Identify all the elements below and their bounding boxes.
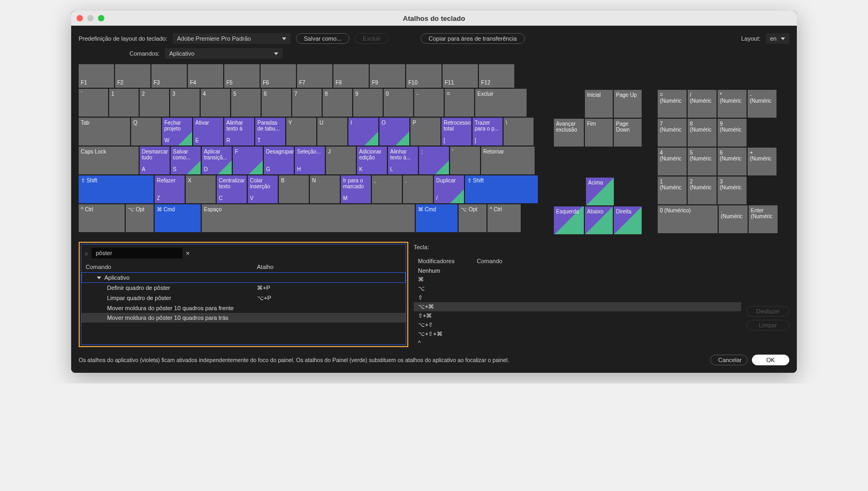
key-pageup[interactable]: Page Up <box>614 90 642 118</box>
numpad-key[interactable]: 4 (Numéric <box>658 148 687 175</box>
key-Q[interactable]: Q <box>131 118 161 145</box>
numpad-key[interactable]: 7 (Numéric <box>658 119 687 147</box>
modifier-row[interactable]: ⌥+⇧ <box>414 320 741 329</box>
numpad-key[interactable]: * (Numéric <box>718 90 747 118</box>
key-f3[interactable]: F3 <box>151 64 187 88</box>
key-⇧ Shift[interactable]: ⇧ Shift <box>465 175 538 203</box>
command-row[interactable]: Definir quadro de pôster⌘+P <box>81 283 406 293</box>
key-arrow-right[interactable]: Direita <box>614 206 642 234</box>
key-⌥ Opt[interactable]: ⌥ Opt <box>126 204 154 232</box>
commands-select[interactable]: Aplicativo <box>165 48 283 59</box>
key-Caps Lock[interactable]: Caps Lock <box>79 147 139 174</box>
key-1[interactable]: 1 <box>109 89 139 117</box>
key-Excluir[interactable]: Excluir <box>475 89 527 117</box>
key-2[interactable]: 2 <box>140 89 169 117</box>
modifier-row[interactable]: ^ <box>414 339 741 347</box>
key-F[interactable]: F <box>233 147 263 174</box>
close-icon[interactable] <box>77 15 83 21</box>
numpad-key[interactable]: 5 (Numéric <box>688 148 717 175</box>
key-arrow-down[interactable]: Abaixo <box>585 206 613 234</box>
save-as-button[interactable]: Salvar como... <box>296 33 349 44</box>
command-group-row[interactable]: Aplicativo <box>81 272 406 283</box>
ok-button[interactable]: OK <box>752 355 789 365</box>
numpad-key[interactable]: - (Numéric <box>748 90 776 118</box>
key-f7[interactable]: F7 <box>297 64 332 88</box>
key-home[interactable]: Inicial <box>585 90 613 118</box>
command-row[interactable]: Mover moldura do pôster 10 quadros para … <box>81 303 406 313</box>
numpad-key[interactable]: 8 (Numéric <box>688 119 717 147</box>
key-⌥ Opt[interactable]: ⌥ Opt <box>459 204 486 232</box>
command-row[interactable]: Limpar quadro de pôster⌥+P <box>81 293 406 303</box>
key-\[interactable]: \ <box>504 118 534 145</box>
key-O[interactable]: O <box>379 118 409 145</box>
numpad-key[interactable]: = (Numéric <box>658 90 687 118</box>
key-B[interactable]: B <box>279 175 309 203</box>
clear-search-button[interactable]: × <box>186 249 190 257</box>
key-7[interactable]: 7 <box>292 89 322 117</box>
key-L[interactable]: Alinhar texto à...L <box>388 147 418 174</box>
key-⇧ Shift[interactable]: ⇧ Shift <box>79 175 154 203</box>
search-input[interactable] <box>92 248 182 258</box>
key-,[interactable]: , <box>372 175 402 203</box>
key-f5[interactable]: F5 <box>224 64 260 88</box>
numpad-key[interactable]: . (Numéric <box>719 205 748 233</box>
key-E[interactable]: AtivarE <box>193 118 223 145</box>
key-A[interactable]: Desmarcar tudoA <box>140 147 170 174</box>
key-⌘ Cmd[interactable]: ⌘ Cmd <box>155 204 201 232</box>
key-H[interactable]: Seleção...H <box>295 147 325 174</box>
modifier-row[interactable]: Nenhum <box>414 266 741 275</box>
key-9[interactable]: 9 <box>353 89 383 117</box>
key-Retornar[interactable]: Retornar <box>481 147 535 174</box>
key-f9[interactable]: F9 <box>370 64 405 88</box>
key-arrow-up[interactable]: Acima <box>586 178 614 205</box>
key-Z[interactable]: RefazerZ <box>155 175 185 203</box>
key-/[interactable]: Duplicar/ <box>434 175 464 203</box>
key-][interactable]: Trazer para o p...] <box>473 118 502 145</box>
modifier-row[interactable]: ⌥+⌘ <box>414 302 741 311</box>
command-row[interactable]: Mover moldura do pôster 10 quadros para … <box>81 313 406 323</box>
key-X[interactable]: X <box>186 175 216 203</box>
maximize-icon[interactable] <box>98 15 104 21</box>
key-f11[interactable]: F11 <box>443 64 478 88</box>
key-Y[interactable]: Y <box>286 118 316 145</box>
modifier-row[interactable]: ⇧+⌘ <box>414 311 741 320</box>
key-I[interactable]: I <box>348 118 378 145</box>
key-K[interactable]: Adicionar ediçãoK <box>357 147 387 174</box>
key-G[interactable]: DesagruparG <box>264 147 294 174</box>
key-f1[interactable]: F1 <box>79 64 114 88</box>
key-end[interactable]: Fim <box>585 119 613 147</box>
key-⌘ Cmd[interactable]: ⌘ Cmd <box>416 204 458 232</box>
modifier-row[interactable]: ⌥ <box>414 284 741 293</box>
numpad-key[interactable]: 0 (Numérico) <box>658 205 718 233</box>
key-;[interactable]: ; <box>419 147 449 174</box>
key-N[interactable]: N <box>310 175 340 203</box>
key-0[interactable]: 0 <box>384 89 413 117</box>
key-=[interactable]: = <box>445 89 474 117</box>
key-8[interactable]: 8 <box>323 89 352 117</box>
numpad-key[interactable]: + (Numéric <box>748 148 776 175</box>
key-W[interactable]: Fechar projetoW <box>162 118 192 145</box>
modifier-row[interactable]: ⌥+⇧+⌘ <box>414 329 741 339</box>
key-`[interactable]: ` <box>79 89 108 117</box>
numpad-key[interactable]: 6 (Numéric <box>718 148 747 175</box>
key-pagedown[interactable]: Page Down <box>614 119 642 147</box>
key-5[interactable]: 5 <box>231 89 261 117</box>
modifier-row[interactable]: ⇧ <box>414 293 741 302</box>
key-arrow-left[interactable]: Esquerda <box>554 206 584 234</box>
numpad-key[interactable]: 9 (Numéric <box>718 119 747 147</box>
key-f2[interactable]: F2 <box>115 64 150 88</box>
key-V[interactable]: Colar inserçãoV <box>248 175 278 203</box>
modifier-row[interactable]: ⌘ <box>414 275 741 284</box>
key-f6[interactable]: F6 <box>261 64 296 88</box>
key-U[interactable]: U <box>317 118 347 145</box>
key-S[interactable]: Salvar como...S <box>171 147 201 174</box>
key-3[interactable]: 3 <box>170 89 200 117</box>
numpad-key[interactable]: / (Numéric <box>688 90 717 118</box>
key-^ Ctrl[interactable]: ^ Ctrl <box>488 204 521 232</box>
key-Tab[interactable]: Tab <box>79 118 130 145</box>
key--[interactable]: - <box>414 89 444 117</box>
key-T[interactable]: Paradas de tabu...T <box>255 118 285 145</box>
key-4[interactable]: 4 <box>201 89 230 117</box>
key-.[interactable]: . <box>403 175 433 203</box>
numpad-key[interactable]: Enter (Numéric <box>749 205 778 233</box>
